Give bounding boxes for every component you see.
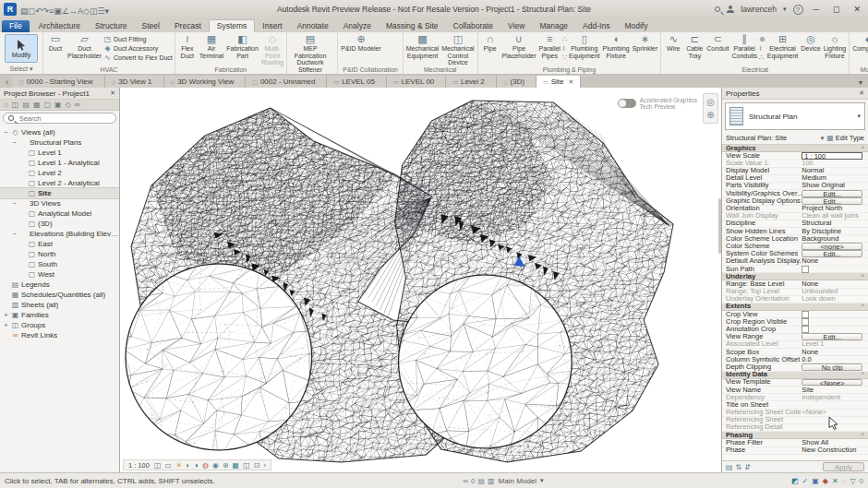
property-value[interactable]: Site <box>802 387 868 394</box>
qat-icon[interactable]: ◻ <box>29 6 35 16</box>
modify-button[interactable]: Modify <box>5 34 38 63</box>
ribbon-tab[interactable]: Manage <box>532 20 575 32</box>
search-icon[interactable] <box>715 6 720 12</box>
properties-sort-icon[interactable]: ⇵ <box>744 463 751 471</box>
workset-control[interactable]: ∞0▤▥ Main Model ▾ <box>463 477 543 485</box>
minimize-button[interactable]: ─ <box>810 5 823 14</box>
view-control-icon[interactable]: ◑ <box>194 461 199 470</box>
ribbon-item[interactable]: ◳ Duct Fitting ◈ Duct Accessory <box>103 33 173 62</box>
view-control-icon[interactable]: ◫ <box>154 461 162 470</box>
property-value[interactable]: None <box>802 349 868 356</box>
property-value[interactable]: None <box>802 257 868 265</box>
property-value[interactable]: Show All <box>802 439 868 446</box>
canvas-scrollbar[interactable] <box>718 198 721 254</box>
ribbon-item[interactable]: ☼ Lighting Fixture <box>823 33 848 59</box>
property-value[interactable]: New Construction <box>802 446 868 454</box>
ribbon-small-button[interactable]: ◈ Duct Accessory <box>103 44 173 53</box>
property-value[interactable]: Edit... <box>802 333 868 340</box>
workset-label[interactable]: Main Model <box>499 477 536 485</box>
tree-item[interactable]: − Structural Plans <box>0 137 119 148</box>
ribbon-button[interactable]: ◧ Fabrication Part <box>225 33 259 59</box>
ribbon-button[interactable]: ⊞ Electrical Equipment <box>766 33 799 59</box>
ribbon-item[interactable]: ⊕ P&ID Modeler <box>340 33 382 53</box>
tree-expander[interactable]: + <box>3 322 9 328</box>
ribbon-item[interactable]: ▩ Mechanical Equipment <box>405 33 440 59</box>
ribbon-tab[interactable]: Architecture <box>31 20 88 32</box>
tree-item[interactable]: ▢ Level 1 <box>0 148 119 158</box>
ribbon-tab[interactable]: View <box>500 20 532 32</box>
view-control-icon[interactable]: ⊡ <box>254 461 260 470</box>
workset-icon[interactable]: ▥ <box>488 477 495 485</box>
close-button[interactable]: ✕ <box>850 5 864 14</box>
view-tab[interactable]: ◇ (3D) <box>497 76 536 88</box>
select-panel-label[interactable]: Select ▾ <box>2 65 41 74</box>
accelerated-graphics-toggle[interactable]: Accelerated Graphics Tech Preview <box>618 97 697 111</box>
tree-expander[interactable]: − <box>11 231 18 237</box>
user-menu-chevron-icon[interactable]: ▾ <box>783 6 787 13</box>
ribbon-panel-label[interactable]: Plumbing & Piping <box>480 66 659 74</box>
signed-in-user[interactable]: lawrenceh <box>741 5 777 14</box>
ribbon-item[interactable]: ◎ Device <box>800 33 821 53</box>
instance-chevron-icon[interactable]: ▾ <box>821 135 825 142</box>
tree-item[interactable]: ▢ West <box>0 269 119 280</box>
qat-icon[interactable]: ↶ <box>35 6 42 16</box>
property-value[interactable]: Look down <box>802 295 868 303</box>
property-value[interactable]: <None> <box>802 379 868 387</box>
view-control-icon[interactable]: ▦ <box>233 461 240 470</box>
workset-icon[interactable]: ▤ <box>477 477 485 485</box>
ribbon-button[interactable]: ∿ Wire <box>663 33 683 53</box>
ribbon-panel-label[interactable]: Electrical <box>663 66 847 74</box>
ribbon-item[interactable]: ◖ Plumbing Fixture <box>601 33 630 59</box>
tree-item[interactable]: ▢ Level 1 - Analytical <box>0 158 119 168</box>
ribbon-tiny-icon[interactable]: ⊕ <box>759 35 766 43</box>
tree-expander[interactable]: − <box>11 139 18 146</box>
property-value[interactable]: Level 1 <box>802 340 868 348</box>
ribbon-item[interactable]: ◇ Multi-Point Routing <box>260 33 284 66</box>
ribbon-item[interactable]: ▯ Plumbing Equipment <box>568 33 600 59</box>
property-value[interactable]: Edit... <box>802 197 868 205</box>
property-value[interactable]: Unbounded <box>802 288 868 295</box>
ribbon-small-button[interactable]: ◳ Duct Fitting <box>103 35 173 43</box>
ribbon-button[interactable]: ▦ Air Terminal <box>199 33 224 59</box>
ribbon-small-button[interactable]: ∿ Convert to Flex Duct <box>103 54 173 62</box>
maximize-button[interactable]: ◻ <box>829 5 843 14</box>
type-selector[interactable]: Structural Plan ▾ <box>725 102 865 130</box>
selection-filter-icon[interactable]: ✕ <box>832 477 838 485</box>
property-value[interactable]: Medium <box>802 174 868 182</box>
ribbon-button[interactable]: ⊏ Cable Tray <box>684 33 705 59</box>
ribbon-item[interactable]: ⊕≀∴ <box>759 33 766 62</box>
ribbon-button[interactable]: ◫ Mechanical Control Device <box>440 33 475 66</box>
ribbon-item[interactable]: ▱ Duct Placeholder <box>66 33 102 59</box>
tree-item[interactable]: ▥ Sheets (all) <box>0 300 119 310</box>
tab-list-chevron-icon[interactable]: ▾ <box>859 78 862 87</box>
properties-sort-icon[interactable]: ⇅ <box>736 463 742 471</box>
ribbon-tiny-icon[interactable]: ∴ <box>759 54 766 62</box>
tree-item[interactable]: − 3D Views <box>0 198 119 208</box>
ribbon-tab[interactable]: Analyze <box>336 20 379 32</box>
search-input[interactable] <box>18 113 111 124</box>
ribbon-item[interactable]: ◆ Component <box>851 33 868 53</box>
property-value[interactable]: 1 : 100 <box>802 152 868 160</box>
selection-filter-icon[interactable]: ▽ <box>850 477 855 485</box>
qat-icon[interactable]: ◇ <box>83 6 90 16</box>
property-value[interactable]: By Discipline <box>802 228 868 235</box>
browser-toolbar-icon[interactable]: ▤ <box>22 101 30 109</box>
view-tab[interactable]: ▭ LEVEL 05 <box>327 76 386 88</box>
property-value[interactable]: Project North <box>802 205 868 212</box>
view-tab[interactable]: ▢ 0002 - Unnamed <box>246 76 327 88</box>
selection-filter-icon[interactable]: ◆ <box>823 477 828 485</box>
browser-toolbar-icon[interactable]: ▣ <box>54 101 62 109</box>
tree-item[interactable]: − ◇ Views (all) <box>0 127 119 137</box>
tree-item[interactable]: ▢ Site <box>0 188 119 198</box>
ribbon-item[interactable]: ≀ Flex Duct <box>177 33 198 59</box>
ribbon-tab[interactable]: Systems <box>209 19 256 32</box>
browser-toolbar-icon[interactable]: ∞ <box>75 101 80 109</box>
ribbon-button[interactable]: ∩ Pipe <box>480 33 500 53</box>
view-tab[interactable]: ▭ Level 2 <box>446 76 496 88</box>
tab-close-icon[interactable]: ✕ <box>568 78 573 86</box>
view-scale-label[interactable]: 1 : 100 <box>128 461 150 470</box>
ribbon-button[interactable]: ⊂ Conduit <box>705 33 729 53</box>
selection-filter-icon[interactable]: ▣ <box>812 477 819 485</box>
ribbon-button[interactable]: ≀ Flex Duct <box>177 33 198 59</box>
view-control-icon[interactable]: ▭ <box>165 461 173 470</box>
